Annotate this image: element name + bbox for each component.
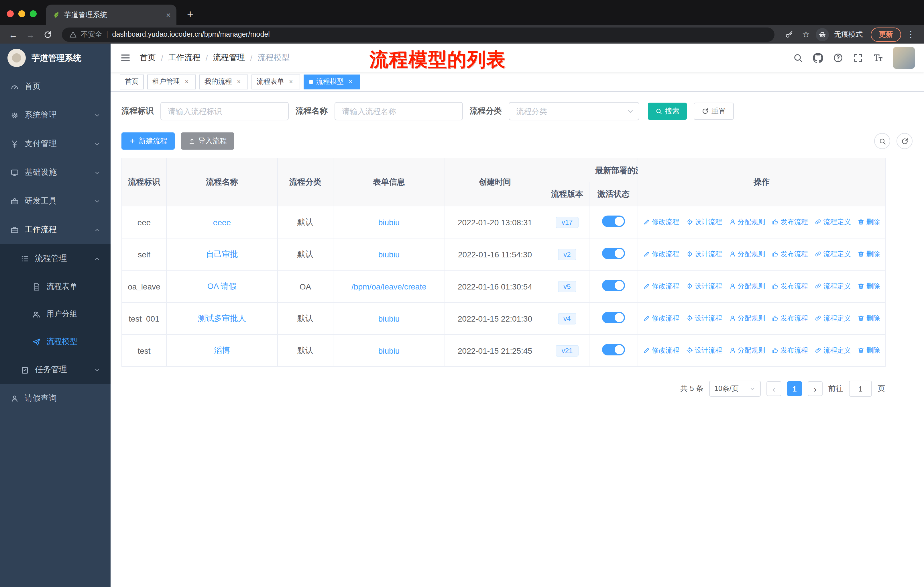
tag-close-icon[interactable]: × [235, 78, 243, 86]
form-info-link[interactable]: biubiu [378, 250, 400, 259]
op-modify-process[interactable]: 修改流程 [643, 346, 680, 356]
process-name-link[interactable]: OA 请假 [207, 281, 237, 290]
active-toggle[interactable] [602, 280, 625, 291]
op-assign-rule[interactable]: 分配规则 [729, 314, 765, 323]
sidebar-item-process-model[interactable]: 流程模型 [0, 328, 111, 356]
help-icon[interactable] [833, 53, 843, 63]
op-process-definition[interactable]: 流程定义 [815, 346, 851, 356]
op-publish-process[interactable]: 发布流程 [772, 314, 808, 323]
app-logo[interactable]: 芋道管理系统 [0, 43, 111, 72]
process-key-input[interactable] [160, 102, 289, 121]
form-info-link[interactable]: biubiu [378, 218, 400, 227]
tab-close-icon[interactable]: × [166, 10, 171, 20]
bookmark-star-icon[interactable]: ☆ [799, 27, 813, 42]
op-design-process[interactable]: 设计流程 [686, 346, 722, 356]
active-toggle[interactable] [602, 312, 625, 323]
sidebar-item-process-management[interactable]: 流程管理 [0, 244, 111, 273]
fullscreen-icon[interactable] [853, 53, 863, 63]
sidebar-toggle-icon[interactable] [120, 52, 131, 64]
form-info-link[interactable]: biubiu [378, 346, 400, 355]
process-name-link[interactable]: 测试多审批人 [198, 313, 246, 322]
op-delete[interactable]: 删除 [858, 250, 880, 259]
minimize-window-button[interactable] [18, 10, 25, 17]
op-publish-process[interactable]: 发布流程 [772, 250, 808, 259]
op-publish-process[interactable]: 发布流程 [772, 281, 808, 291]
page-1-button[interactable]: 1 [787, 381, 802, 396]
search-button[interactable]: 搜索 [648, 103, 687, 120]
op-assign-rule[interactable]: 分配规则 [729, 250, 765, 259]
tag-process-model[interactable]: 流程模型 × [304, 74, 360, 89]
op-publish-process[interactable]: 发布流程 [772, 217, 808, 227]
close-window-button[interactable] [7, 10, 14, 17]
tag-my-process[interactable]: 我的流程 × [200, 74, 248, 89]
tag-tenant-management[interactable]: 租户管理 × [147, 74, 196, 89]
zoom-window-button[interactable] [30, 10, 37, 17]
op-publish-process[interactable]: 发布流程 [772, 346, 808, 356]
process-name-link[interactable]: eeee [213, 218, 231, 227]
op-design-process[interactable]: 设计流程 [686, 281, 722, 291]
op-assign-rule[interactable]: 分配规则 [729, 346, 765, 356]
op-modify-process[interactable]: 修改流程 [643, 281, 680, 291]
op-design-process[interactable]: 设计流程 [686, 314, 722, 323]
sidebar-item-leave-query[interactable]: 请假查询 [0, 384, 111, 413]
github-icon[interactable] [813, 53, 823, 63]
forward-button[interactable]: → [23, 27, 38, 42]
import-process-button[interactable]: 导入流程 [181, 132, 234, 150]
refresh-table-button[interactable] [896, 133, 912, 149]
op-modify-process[interactable]: 修改流程 [643, 250, 680, 259]
op-assign-rule[interactable]: 分配规则 [729, 281, 765, 291]
sidebar-item-infrastructure[interactable]: 基础设施 [0, 158, 111, 187]
category-select[interactable] [509, 102, 639, 121]
category-select-input[interactable] [509, 102, 639, 121]
create-process-button[interactable]: 新建流程 [121, 132, 175, 150]
op-design-process[interactable]: 设计流程 [686, 250, 722, 259]
breadcrumb-item-home[interactable]: 首页 [140, 53, 156, 63]
page-size-select[interactable]: 10条/页 [709, 380, 761, 397]
tag-process-form[interactable]: 流程表单 × [251, 74, 300, 89]
op-process-definition[interactable]: 流程定义 [815, 250, 851, 259]
sidebar-item-process-form[interactable]: 流程表单 [0, 273, 111, 300]
op-modify-process[interactable]: 修改流程 [643, 217, 680, 227]
op-delete[interactable]: 删除 [858, 314, 880, 323]
new-tab-button[interactable]: + [182, 6, 198, 22]
op-delete[interactable]: 删除 [858, 346, 880, 356]
active-toggle[interactable] [602, 344, 625, 356]
address-bar[interactable]: 不安全 | dashboard.yudao.iocoder.cn/bpm/man… [62, 27, 774, 41]
tag-close-icon[interactable]: × [183, 78, 191, 86]
sidebar-item-workflow[interactable]: 工作流程 [0, 215, 111, 244]
sidebar-item-user-group[interactable]: 用户分组 [0, 300, 111, 328]
back-button[interactable]: ← [6, 27, 21, 42]
op-delete[interactable]: 删除 [858, 217, 880, 227]
tag-close-icon[interactable]: × [346, 78, 355, 86]
password-key-icon[interactable] [781, 27, 796, 42]
reload-button[interactable] [40, 27, 55, 42]
show-search-button[interactable] [874, 133, 890, 149]
search-icon[interactable] [793, 53, 803, 63]
op-process-definition[interactable]: 流程定义 [815, 217, 851, 227]
goto-page-input[interactable] [849, 380, 872, 397]
sidebar-item-task-management[interactable]: 任务管理 [0, 356, 111, 384]
font-size-icon[interactable] [873, 53, 883, 63]
prev-page-button[interactable]: ‹ [766, 381, 781, 396]
op-design-process[interactable]: 设计流程 [686, 217, 722, 227]
op-process-definition[interactable]: 流程定义 [815, 281, 851, 291]
sidebar-item-payment[interactable]: 支付管理 [0, 129, 111, 158]
tag-close-icon[interactable]: × [287, 78, 295, 86]
process-name-link[interactable]: 滔博 [214, 346, 230, 355]
user-avatar[interactable] [893, 47, 915, 69]
form-info-link[interactable]: biubiu [378, 314, 400, 323]
reset-button[interactable]: 重置 [694, 103, 734, 120]
breadcrumb-item-workflow[interactable]: 工作流程 [168, 53, 201, 63]
sidebar-item-devtools[interactable]: 研发工具 [0, 187, 111, 215]
form-info-link[interactable]: /bpm/oa/leave/create [351, 282, 426, 291]
process-name-link[interactable]: 自己审批 [206, 249, 238, 258]
active-toggle[interactable] [602, 248, 625, 259]
sidebar-item-home[interactable]: 首页 [0, 72, 111, 101]
active-toggle[interactable] [602, 215, 625, 227]
breadcrumb-item-process-management[interactable]: 流程管理 [213, 53, 245, 63]
process-name-input[interactable] [335, 102, 463, 121]
op-assign-rule[interactable]: 分配规则 [729, 217, 765, 227]
op-process-definition[interactable]: 流程定义 [815, 314, 851, 323]
tag-home[interactable]: 首页 [120, 74, 144, 89]
update-button[interactable]: 更新 [871, 27, 901, 41]
